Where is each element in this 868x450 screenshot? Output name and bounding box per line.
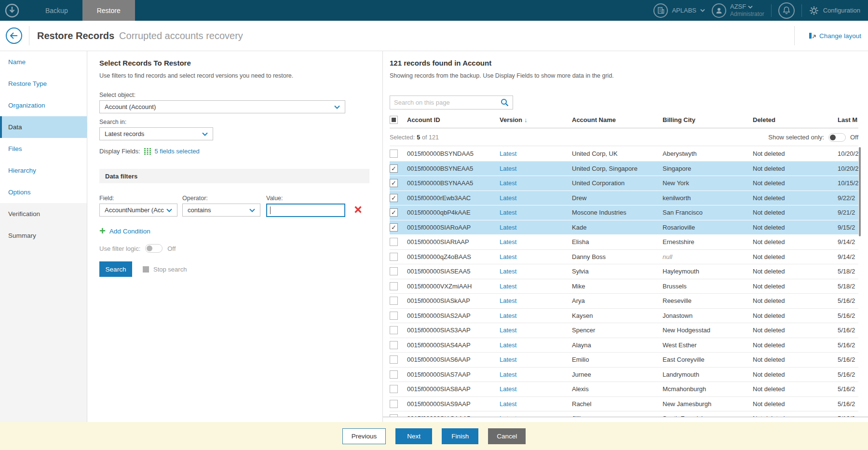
row-checkbox[interactable]: [390, 341, 398, 349]
sidebar-item-organization[interactable]: Organization: [0, 95, 87, 116]
cell-version-link[interactable]: Latest: [500, 341, 516, 349]
row-checkbox[interactable]: ✓: [390, 223, 398, 232]
nav-tab-backup[interactable]: Backup: [31, 0, 82, 21]
select-object-dropdown[interactable]: Account (Account): [99, 100, 345, 113]
table-row[interactable]: 0015f00000SIASEAA5 Latest Sylvia Hayleym…: [390, 264, 858, 279]
row-checkbox[interactable]: ✓: [390, 208, 398, 217]
user-menu[interactable]: AZSF Administrator: [712, 3, 764, 18]
table-row[interactable]: 0015f00000SIASkAAP Latest Arya Reesevill…: [390, 294, 858, 309]
row-checkbox[interactable]: ✓: [390, 194, 398, 202]
table-row[interactable]: 0015f00000SIAS2AAP Latest Kaysen Jonasto…: [390, 309, 858, 324]
sidebar-item-hierarchy[interactable]: Hierarchy: [0, 160, 87, 181]
next-button[interactable]: Next: [395, 428, 432, 444]
sidebar-item-options[interactable]: Options: [0, 181, 87, 203]
cell-version-link[interactable]: Latest: [500, 327, 516, 334]
row-checkbox[interactable]: [390, 282, 398, 290]
row-checkbox[interactable]: [390, 312, 398, 320]
stop-search-button[interactable]: Stop search: [143, 266, 187, 273]
cell-version-link[interactable]: Latest: [500, 283, 516, 290]
row-checkbox[interactable]: ✓: [390, 164, 398, 173]
row-checkbox[interactable]: [390, 385, 398, 393]
table-row[interactable]: ✓ 0015f00000rEwb3AAC Latest Drew kenilwo…: [390, 191, 858, 206]
column-header-version[interactable]: Version↓: [500, 116, 572, 123]
table-row[interactable]: ✓ 0015f00000BSYNAAA5 Latest United Corpo…: [390, 176, 858, 191]
select-all-checkbox[interactable]: [390, 116, 398, 124]
display-fields-link[interactable]: 5 fields selected: [155, 148, 200, 155]
table-row[interactable]: 0015f00000qZ4oBAAS Latest Danny Boss nul…: [390, 250, 858, 265]
search-icon[interactable]: [501, 98, 509, 107]
vertical-scrollbar-thumb[interactable]: [859, 147, 861, 236]
table-row[interactable]: 0015f00000SIAS4AAP Latest Alayna West Es…: [390, 338, 858, 353]
cell-version-link[interactable]: Latest: [500, 194, 516, 202]
search-in-dropdown[interactable]: Latest records: [99, 127, 213, 140]
table-row[interactable]: 0015f00000SIAS7AAP Latest Jurnee Landrym…: [390, 368, 858, 382]
cell-version-link[interactable]: Latest: [500, 400, 516, 408]
table-row[interactable]: 0015f00000SIAS3AAP Latest Spencer New Ho…: [390, 323, 858, 338]
sidebar-item-restore-type[interactable]: Restore Type: [0, 73, 87, 95]
row-checkbox[interactable]: [390, 414, 398, 417]
search-button[interactable]: Search: [99, 261, 132, 277]
column-header-last-modified[interactable]: Last M: [838, 116, 858, 123]
cell-version-link[interactable]: Latest: [500, 150, 516, 157]
cell-version-link[interactable]: Latest: [500, 371, 516, 378]
show-selected-only-toggle[interactable]: [828, 133, 846, 142]
cancel-button[interactable]: Cancel: [488, 428, 526, 444]
add-condition-label: Add Condition: [109, 228, 150, 235]
table-row[interactable]: ✓ 0015f00000qbP4kAAE Latest Moscone Indu…: [390, 205, 858, 220]
cell-version-link[interactable]: Latest: [500, 238, 516, 245]
previous-button[interactable]: Previous: [342, 428, 386, 444]
cell-version-link[interactable]: Latest: [500, 268, 516, 275]
sort-descending-icon: ↓: [524, 116, 528, 123]
cell-version-link[interactable]: Latest: [500, 209, 516, 216]
row-checkbox[interactable]: [390, 400, 398, 408]
cell-version-link[interactable]: Latest: [500, 385, 516, 393]
filter-operator-dropdown[interactable]: contains: [182, 204, 260, 217]
sidebar-item-data[interactable]: Data: [0, 116, 87, 138]
filter-field-dropdown[interactable]: AccountNumber (Acc: [99, 204, 177, 217]
row-checkbox[interactable]: ✓: [390, 179, 398, 187]
add-condition-button[interactable]: + Add Condition: [99, 226, 150, 236]
row-checkbox[interactable]: [390, 297, 398, 305]
table-row[interactable]: 0015f00000VXZmiAAH Latest Mike Brussels …: [390, 279, 858, 294]
row-checkbox[interactable]: [390, 326, 398, 334]
cell-version-link[interactable]: Latest: [500, 179, 516, 187]
nav-tab-restore[interactable]: Restore: [82, 0, 135, 21]
cell-version-link[interactable]: Latest: [500, 253, 516, 260]
table-row[interactable]: ✓ 0015f00000BSYNEAA5 Latest United Corp,…: [390, 162, 858, 177]
table-row[interactable]: ✓ 0015f00000SIARoAAP Latest Kade Rosario…: [390, 220, 858, 235]
cell-version-link[interactable]: Latest: [500, 312, 516, 319]
cell-version-link[interactable]: Latest: [500, 224, 516, 231]
cell-version-link[interactable]: Latest: [500, 356, 516, 363]
table-row[interactable]: 0015f00000SIARtAAP Latest Elisha Ernests…: [390, 235, 858, 250]
back-button[interactable]: [6, 27, 22, 44]
remove-condition-icon[interactable]: [354, 205, 362, 214]
change-layout-link[interactable]: Change layout: [809, 32, 861, 40]
page-search-input[interactable]: [390, 99, 501, 106]
sidebar-item-files[interactable]: Files: [0, 138, 87, 160]
column-header-account-name[interactable]: Account Name: [572, 116, 663, 123]
configuration-button[interactable]: Configuration: [809, 5, 860, 16]
cell-version-link[interactable]: Latest: [500, 415, 516, 417]
sidebar-item-name[interactable]: Name: [0, 51, 87, 73]
cell-version-link[interactable]: Latest: [500, 165, 516, 172]
table-row[interactable]: 0015f00000SIAS6AAP Latest Emilio East Co…: [390, 353, 858, 368]
row-checkbox[interactable]: [390, 355, 398, 364]
notifications-bell-icon[interactable]: [778, 2, 795, 19]
use-filter-logic-toggle[interactable]: [145, 244, 163, 253]
row-checkbox[interactable]: [390, 150, 398, 158]
row-checkbox[interactable]: [390, 370, 398, 379]
table-row[interactable]: 0015f00000BSYNDAA5 Latest United Corp, U…: [390, 147, 858, 162]
filter-value-input[interactable]: [266, 204, 345, 217]
table-row[interactable]: 0015f00000SIASAAA5 Latest Jillian South …: [390, 411, 858, 417]
column-header-billing-city[interactable]: Billing City: [663, 116, 753, 123]
row-checkbox[interactable]: [390, 238, 398, 246]
column-header-account-id[interactable]: Account ID: [407, 116, 500, 123]
org-switcher[interactable]: APLABS: [653, 3, 705, 18]
finish-button[interactable]: Finish: [442, 428, 478, 444]
table-row[interactable]: 0015f00000SIAS9AAP Latest Rachel New Jam…: [390, 397, 858, 412]
row-checkbox[interactable]: [390, 253, 398, 261]
cell-version-link[interactable]: Latest: [500, 297, 516, 304]
table-row[interactable]: 0015f00000SIAS8AAP Latest Alexis Mcmahon…: [390, 382, 858, 397]
row-checkbox[interactable]: [390, 267, 398, 275]
column-header-deleted[interactable]: Deleted: [753, 116, 838, 123]
